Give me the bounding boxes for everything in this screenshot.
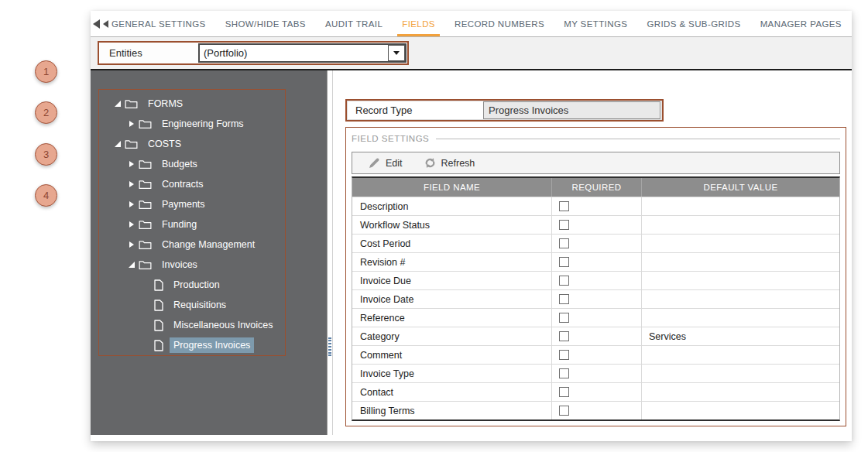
- page: 1234 GENERAL SETTINGS SHOW/HIDE TABS AUD…: [0, 0, 868, 452]
- table-row[interactable]: Invoice Type: [352, 364, 839, 382]
- tree-item-label: Budgets: [158, 156, 201, 172]
- default-value-cell: [642, 253, 839, 271]
- step-number: 4: [43, 190, 49, 201]
- required-cell: [552, 272, 642, 289]
- settings-tab[interactable]: SHOW/HIDE TABS: [225, 11, 306, 36]
- table-row[interactable]: Comment: [352, 345, 839, 364]
- tree-node-icon: [154, 279, 163, 291]
- tree-node-icon: [154, 300, 163, 311]
- tree-expander-icon[interactable]: [127, 260, 136, 269]
- tree-node-icon: [139, 219, 152, 230]
- required-checkbox[interactable]: [559, 238, 569, 248]
- tree-expander-icon[interactable]: [127, 200, 136, 209]
- tree-expander-icon[interactable]: [113, 99, 122, 108]
- required-checkbox[interactable]: [559, 406, 569, 416]
- table-row[interactable]: Invoice Due: [352, 271, 839, 289]
- field-name-cell: Contact: [352, 383, 552, 401]
- settings-tab[interactable]: GENERAL SETTINGS: [112, 11, 206, 36]
- required-checkbox[interactable]: [559, 276, 569, 286]
- table-row[interactable]: Invoice Date: [352, 289, 839, 308]
- tree-expander-icon[interactable]: [142, 280, 152, 289]
- table-row[interactable]: Billing Terms: [352, 401, 839, 419]
- required-checkbox[interactable]: [559, 368, 569, 378]
- required-cell: [552, 253, 642, 271]
- table-row[interactable]: Workflow Status: [352, 215, 839, 234]
- record-type-tree-panel: FORMS Engineering Forms: [91, 70, 327, 435]
- refresh-button-label: Refresh: [441, 158, 475, 169]
- field-name-cell: Invoice Due: [352, 272, 552, 289]
- default-value-cell: [642, 365, 839, 382]
- tree-item[interactable]: Budgets: [99, 154, 285, 174]
- table-row[interactable]: Description: [352, 197, 839, 215]
- field-name-cell: Description: [352, 197, 552, 215]
- tree-item[interactable]: Invoices: [99, 255, 285, 275]
- required-checkbox[interactable]: [559, 294, 569, 304]
- tree-node-icon: [139, 259, 152, 270]
- required-checkbox[interactable]: [559, 201, 569, 211]
- step-circle: 1: [35, 60, 57, 83]
- tree-item[interactable]: Engineering Forms: [99, 114, 285, 134]
- settings-tab[interactable]: MY SETTINGS: [564, 11, 627, 36]
- required-checkbox[interactable]: [559, 350, 569, 360]
- column-header-default-value: DEFAULT VALUE: [642, 178, 839, 197]
- record-type-value-field[interactable]: Progress Invoices: [483, 101, 660, 119]
- tree-expander-icon[interactable]: [142, 300, 152, 310]
- tab-scroll-left-icon[interactable]: [93, 19, 100, 29]
- field-name-cell: Revision #: [352, 253, 552, 271]
- entities-dropdown-button[interactable]: [388, 45, 405, 61]
- required-checkbox[interactable]: [559, 220, 569, 230]
- default-value-cell: [642, 235, 839, 252]
- tree-item[interactable]: Miscellaneous Invoices: [99, 315, 285, 335]
- edit-button[interactable]: Edit: [369, 157, 403, 169]
- document-icon: [154, 340, 163, 351]
- table-row[interactable]: Cost Period: [352, 234, 839, 252]
- splitter-grip-icon[interactable]: [328, 337, 331, 356]
- settings-tab[interactable]: MANAGER PAGES: [760, 11, 842, 36]
- tab-label: AUDIT TRAIL: [325, 19, 383, 29]
- column-header-field-name: FIELD NAME: [352, 178, 552, 197]
- settings-tab[interactable]: AUDIT TRAIL: [325, 11, 383, 36]
- settings-tab[interactable]: FIELDS: [402, 11, 435, 36]
- default-value-cell: [642, 383, 839, 401]
- tree-item[interactable]: Funding: [99, 214, 285, 235]
- tree-item[interactable]: Requisitions: [99, 295, 285, 315]
- settings-tab[interactable]: RECORD NUMBERS: [455, 11, 544, 36]
- tree-expander-icon[interactable]: [142, 320, 152, 330]
- tree-expander-icon[interactable]: [127, 220, 136, 229]
- tree-expander-icon[interactable]: [127, 240, 136, 249]
- tree-expander-icon[interactable]: [127, 159, 136, 169]
- field-name-cell: Invoice Date: [352, 290, 552, 308]
- tree-expander-icon[interactable]: [113, 139, 122, 149]
- tree-item[interactable]: Progress Invoices: [99, 335, 285, 355]
- refresh-button[interactable]: Refresh: [424, 157, 475, 169]
- tree-item[interactable]: Contracts: [99, 174, 285, 194]
- tree-expander-icon[interactable]: [127, 119, 136, 128]
- tab-label: GENERAL SETTINGS: [112, 19, 206, 29]
- settings-window: GENERAL SETTINGS SHOW/HIDE TABS AUDIT TR…: [91, 11, 852, 441]
- required-checkbox[interactable]: [559, 313, 569, 323]
- tree-item[interactable]: Payments: [99, 194, 285, 214]
- tree-item-label: FORMS: [144, 96, 187, 111]
- table-row[interactable]: Contact: [352, 382, 839, 401]
- field-name-cell: Category: [352, 327, 552, 345]
- table-row[interactable]: Revision #: [352, 252, 839, 271]
- tab-scroll-left-small-icon[interactable]: [103, 20, 108, 28]
- required-checkbox[interactable]: [559, 387, 569, 397]
- table-row[interactable]: Category Services: [352, 327, 839, 345]
- required-checkbox[interactable]: [559, 257, 569, 267]
- panel-splitter[interactable]: [327, 70, 333, 435]
- tree-item[interactable]: Change Management: [99, 235, 285, 255]
- table-row[interactable]: Reference: [352, 308, 839, 327]
- tree-expander-icon[interactable]: [142, 341, 152, 350]
- settings-tab[interactable]: GRIDS & SUB-GRIDS: [647, 11, 740, 36]
- tree-item[interactable]: Production: [99, 275, 285, 295]
- tree-expander-icon[interactable]: [127, 180, 136, 189]
- entities-dropdown[interactable]: (Portfolio): [198, 43, 407, 63]
- tree-item[interactable]: COSTS: [99, 134, 285, 154]
- default-value-cell: [642, 402, 839, 419]
- tree-node-icon: [139, 239, 152, 250]
- tree-item[interactable]: FORMS: [99, 94, 285, 114]
- column-header-required: REQUIRED: [552, 178, 642, 197]
- required-checkbox[interactable]: [559, 331, 569, 341]
- document-icon: [154, 279, 163, 291]
